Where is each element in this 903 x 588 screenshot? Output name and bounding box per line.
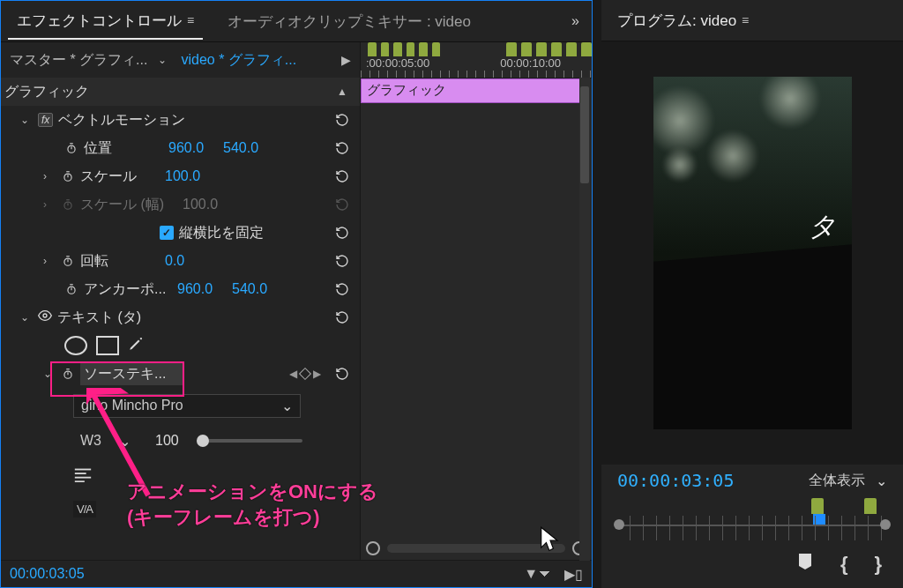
- anchor-y-value[interactable]: 540.0: [232, 281, 281, 297]
- reset-uniform[interactable]: [332, 224, 353, 242]
- font-family-select[interactable]: gino Mincho Pro ⌄: [73, 394, 301, 418]
- anchor-label: アンカーポ...: [84, 280, 172, 299]
- annotation-line2: (キーフレームを打つ): [127, 506, 320, 528]
- marker-icon[interactable]: [419, 42, 428, 56]
- tab-audio-mixer[interactable]: オーディオクリップミキサー : video: [219, 4, 480, 39]
- marker-icon[interactable]: [864, 498, 877, 514]
- annotation-text: アニメーションをONにする (キーフレームを打つ): [127, 480, 378, 530]
- scale-caret[interactable]: ›: [43, 170, 56, 182]
- reset-rotation[interactable]: [332, 252, 353, 270]
- reset-scale[interactable]: [332, 167, 353, 185]
- ruler-time-1: :00:00:05:00: [366, 56, 429, 70]
- marker-icon[interactable]: [393, 42, 402, 56]
- overflow-tabs-button[interactable]: »: [566, 10, 585, 33]
- marker-icon[interactable]: [521, 42, 532, 56]
- zoom-value: 全体表示: [809, 472, 865, 490]
- panel-menu-icon[interactable]: ≡: [187, 13, 194, 27]
- section-text-layer[interactable]: ⌄ テキスト (タ): [1, 303, 360, 331]
- stopwatch-scale-icon[interactable]: [61, 169, 75, 183]
- stopwatch-source-text-icon[interactable]: [61, 367, 75, 381]
- marker-icon[interactable]: [506, 42, 517, 56]
- rotation-caret[interactable]: ›: [43, 255, 56, 267]
- slider-knob[interactable]: [197, 435, 209, 447]
- range-handle-right[interactable]: [880, 519, 891, 530]
- marker-icon[interactable]: [368, 42, 377, 56]
- footer-timecode[interactable]: 00:00:03:05: [10, 566, 85, 582]
- pen-mask-button[interactable]: [128, 336, 144, 355]
- filter-icon[interactable]: ▼⏷: [524, 566, 552, 583]
- reset-vector-motion[interactable]: [332, 111, 353, 129]
- marker-icon[interactable]: [581, 42, 592, 56]
- timeline-track-area[interactable]: グラフィック: [361, 78, 592, 560]
- clip-bar[interactable]: グラフィック: [361, 78, 581, 103]
- keyframe-nav[interactable]: ◀ ▶: [289, 368, 321, 380]
- mark-out-button[interactable]: }: [874, 553, 882, 576]
- marker-icon[interactable]: [536, 42, 547, 56]
- vertical-scrollbar[interactable]: [579, 78, 590, 561]
- eye-icon[interactable]: [38, 309, 52, 326]
- zoom-select[interactable]: 全体表示 ⌄: [809, 472, 887, 490]
- program-mini-timeline[interactable]: [617, 498, 887, 540]
- position-x-value[interactable]: 960.0: [168, 140, 218, 156]
- marker-icon[interactable]: [551, 42, 562, 56]
- time-ruler[interactable]: :00:00:05:00 00:00:10:00: [361, 42, 592, 78]
- marker-icon[interactable]: [407, 42, 415, 56]
- add-keyframe-icon[interactable]: [299, 368, 311, 380]
- text-layer-caret[interactable]: ⌄: [20, 311, 33, 324]
- marker-icon[interactable]: [566, 42, 577, 56]
- prev-keyframe-icon[interactable]: ◀: [289, 368, 297, 380]
- prop-scale-w: › スケール (幅) 100.0: [1, 190, 360, 219]
- clip-name-label[interactable]: video * グラフィ...: [181, 51, 296, 70]
- stopwatch-position-icon[interactable]: [64, 141, 78, 155]
- marker-icon[interactable]: [811, 498, 824, 514]
- program-timecode[interactable]: 00:00:03:05: [617, 470, 734, 491]
- panel-menu-icon[interactable]: ≡: [742, 13, 749, 27]
- scrollbar-thumb[interactable]: [580, 86, 589, 183]
- play-only-button[interactable]: ▶: [341, 53, 351, 67]
- add-marker-button[interactable]: [796, 552, 814, 577]
- rect-mask-button[interactable]: [96, 336, 119, 355]
- cursor-icon: [538, 525, 563, 557]
- master-clip-label[interactable]: マスター * グラフィ...: [10, 51, 147, 70]
- position-y-value[interactable]: 540.0: [223, 140, 272, 156]
- font-size-slider[interactable]: [197, 439, 302, 443]
- position-label: 位置: [84, 139, 163, 158]
- clip-dropdown-caret[interactable]: ⌄: [158, 54, 170, 66]
- marker-icon[interactable]: [432, 42, 441, 56]
- stopwatch-anchor-icon[interactable]: [64, 282, 78, 296]
- scale-value[interactable]: 100.0: [165, 168, 214, 184]
- zoom-handle-left[interactable]: [366, 541, 380, 555]
- video-preview[interactable]: タ: [653, 77, 852, 429]
- annotation-line1: アニメーションをONにする: [127, 480, 378, 502]
- reset-source-text[interactable]: [332, 365, 353, 383]
- uniform-scale-checkbox[interactable]: ✓: [160, 226, 174, 240]
- rotation-value[interactable]: 0.0: [165, 253, 214, 269]
- stopwatch-rotation-icon[interactable]: [61, 254, 75, 268]
- stopwatch-scale-w-icon: [61, 197, 75, 212]
- marker-icon[interactable]: [381, 42, 390, 56]
- anchor-x-value[interactable]: 960.0: [177, 281, 227, 297]
- section-graphics-label: グラフィック: [4, 83, 332, 101]
- source-text-caret[interactable]: ⌄: [43, 368, 56, 380]
- kerning-icon[interactable]: V/A: [73, 501, 96, 517]
- align-left-icon[interactable]: [73, 466, 93, 486]
- mark-in-button[interactable]: {: [840, 553, 848, 576]
- section-vector-motion[interactable]: ⌄ fx ベクトルモーション: [1, 106, 360, 134]
- step-icon[interactable]: ▶▯: [564, 566, 583, 583]
- reset-anchor[interactable]: [332, 280, 353, 298]
- collapse-graphics-icon[interactable]: ▲: [337, 86, 353, 98]
- tab-program[interactable]: プログラム: video ≡: [608, 4, 757, 38]
- section-graphics[interactable]: グラフィック ▲: [1, 78, 360, 106]
- font-size-value[interactable]: 100: [155, 433, 179, 449]
- tab-effect-controls[interactable]: エフェクトコントロール ≡: [8, 4, 203, 40]
- ellipse-mask-button[interactable]: [64, 336, 87, 355]
- range-handle-left[interactable]: [614, 519, 624, 530]
- reset-position[interactable]: [332, 139, 353, 157]
- reset-text-layer[interactable]: [332, 309, 353, 326]
- source-text-label[interactable]: ソーステキ...: [80, 363, 184, 385]
- next-keyframe-icon[interactable]: ▶: [313, 368, 321, 380]
- font-weight-select[interactable]: W3 ⌄: [73, 431, 138, 451]
- panel-tabs-left: エフェクトコントロール ≡ オーディオクリップミキサー : video »: [1, 1, 592, 42]
- fx-badge-icon: fx: [38, 113, 53, 127]
- vector-motion-caret[interactable]: ⌄: [20, 114, 33, 126]
